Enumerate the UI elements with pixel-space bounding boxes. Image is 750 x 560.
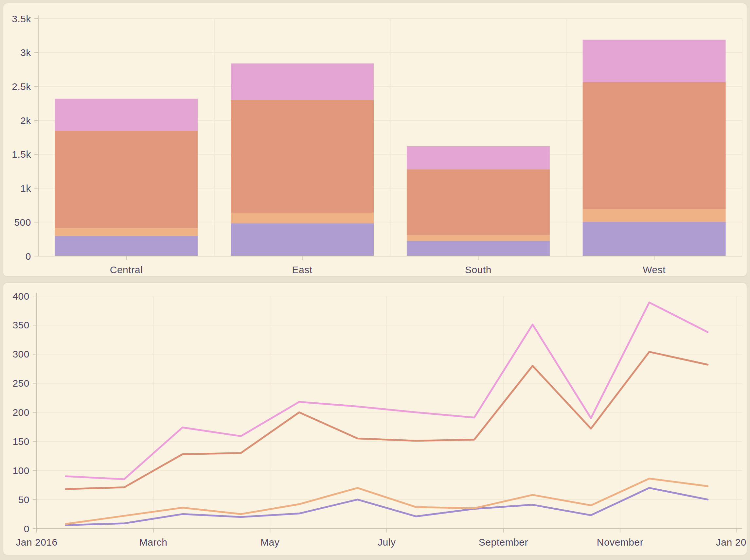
x-tick-label-november: November — [597, 537, 643, 547]
y-tick-label: 3.5k — [12, 14, 31, 24]
y-tick-label: 0 — [25, 251, 31, 262]
y-tick-label: 400 — [13, 291, 29, 302]
y-tick-label: 2k — [20, 115, 31, 126]
y-tick-label: 100 — [13, 465, 29, 476]
bar-segment-salmon-central — [55, 131, 198, 228]
y-tick-label: 300 — [13, 349, 29, 359]
x-tick-label-jan-2017: Jan 2017 — [716, 537, 747, 547]
line-chart: 050100150200250300350400Jan 2016MarchMay… — [3, 283, 747, 555]
bar-segment-pink-central — [55, 99, 198, 131]
bar-segment-tan-west — [583, 209, 726, 222]
line-chart-card: 050100150200250300350400Jan 2016MarchMay… — [3, 282, 747, 555]
x-tick-label-july: July — [378, 537, 396, 547]
stacked-bar-chart: 05001k1.5k2k2.5k3k3.5kCentralEastSouthWe… — [3, 3, 747, 276]
y-tick-label: 1.5k — [12, 149, 31, 160]
bar-segment-pink-south — [407, 146, 550, 169]
x-tick-label-east: East — [292, 264, 313, 275]
y-tick-label: 150 — [13, 436, 29, 447]
x-tick-label-central: Central — [110, 264, 143, 275]
bar-segment-salmon-west — [583, 82, 726, 209]
bar-segment-salmon-east — [231, 100, 374, 213]
y-tick-label: 350 — [13, 320, 29, 331]
y-tick-label: 500 — [14, 217, 31, 228]
bar-segment-pink-west — [583, 40, 726, 82]
bar-segment-purple-east — [231, 223, 374, 256]
y-tick-label: 2.5k — [12, 81, 31, 92]
bar-segment-tan-east — [231, 213, 374, 223]
y-tick-label: 250 — [13, 378, 29, 388]
x-tick-label-march: March — [139, 537, 167, 547]
x-tick-label-west: West — [643, 264, 666, 275]
y-tick-label: 1k — [20, 183, 31, 194]
bar-segment-tan-south — [407, 235, 550, 241]
bar-segment-purple-west — [583, 222, 726, 256]
bar-segment-purple-south — [407, 241, 550, 256]
stacked-bar-chart-card: 05001k1.5k2k2.5k3k3.5kCentralEastSouthWe… — [3, 3, 747, 277]
y-tick-label: 200 — [13, 407, 29, 418]
bar-segment-salmon-south — [407, 169, 550, 235]
x-tick-label-south: South — [465, 264, 492, 275]
y-tick-label: 50 — [18, 494, 29, 505]
bar-segment-tan-central — [55, 228, 198, 236]
bar-segment-pink-east — [231, 63, 374, 100]
x-tick-label-september: September — [479, 537, 528, 547]
x-tick-label-may: May — [260, 537, 279, 547]
y-tick-label: 3k — [20, 47, 31, 58]
bar-segment-purple-central — [55, 236, 198, 256]
y-tick-label: 0 — [24, 523, 29, 534]
x-tick-label-jan-2016: Jan 2016 — [16, 537, 57, 547]
